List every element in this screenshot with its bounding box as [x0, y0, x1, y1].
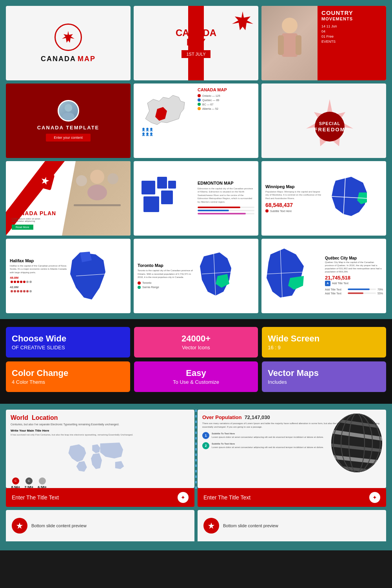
footer-left-text: Enter The Title Text — [12, 494, 59, 501]
world-title: World Location — [11, 414, 190, 421]
choose-wide-sub: OF CREATIVE SLIDES — [12, 345, 124, 350]
bottom-slide-left-content: Bottom slide content preview — [6, 510, 194, 541]
slide-thumb-toronto[interactable]: Toronto Map Toronto is the capital city … — [134, 239, 258, 313]
svg-text:👤👤👤: 👤👤👤 — [142, 127, 153, 131]
edmonton-info: EDMONTON MAP Edmonton is the capital cit… — [194, 181, 254, 216]
slide-thumb-edmonton[interactable]: EDMONTON MAP Edmonton is the capital cit… — [134, 161, 258, 236]
svg-rect-21 — [157, 177, 167, 189]
world-subtitle: Write Your Main Title Here — [11, 429, 190, 432]
halifax-map-area — [68, 249, 127, 303]
svg-rect-4 — [278, 35, 284, 55]
canada-map-left: 👤👤👤 👤👤👤 — [138, 87, 194, 154]
slide-thumb-quebec[interactable]: Québec City Map Quebec City Map is the c… — [261, 239, 386, 313]
plan-photo — [62, 161, 131, 236]
world-map-container — [11, 439, 190, 474]
slides-row-3: CANADA PLAN Lorem ipsum dolor sit amet c… — [6, 161, 386, 236]
footer-logo-icon-right: ✦ — [372, 494, 377, 501]
over-population-preview[interactable]: Over Population 72,147,030 There are man… — [198, 410, 386, 488]
svg-point-7 — [62, 113, 74, 120]
globe-graphic — [329, 412, 384, 474]
world-stat-1: C 8.56+ DeterminedTrafficClientsPeople — [11, 477, 21, 488]
feature-card-choose-wide: Choose Wide OF CREATIVE SLIDES — [6, 327, 130, 358]
vector-icons-main: 24000+ — [140, 334, 252, 343]
canada-outline-svg: 👤👤👤 👤👤👤 — [138, 87, 192, 138]
world-subdesc: It has survived not only Five Centuries,… — [11, 433, 190, 436]
quebec-map-svg — [265, 247, 308, 305]
slide-thumb-winnipeg[interactable]: Winnipeg Map Population Maps: Winnipeg i… — [261, 161, 386, 236]
footer-right-text: Enter The Title Text — [203, 494, 250, 501]
slide-thumb-canada-day[interactable]: CANADA DAY 1ST JULY — [134, 6, 258, 80]
svg-point-28 — [14, 281, 16, 283]
canada-day-text: CANADA DAY — [176, 28, 216, 47]
maple-logo — [54, 24, 82, 51]
svg-text:SPECIAL: SPECIAL — [319, 121, 341, 126]
toronto-map-svg — [196, 249, 243, 303]
svg-point-30 — [20, 281, 22, 283]
country-stats: 14 11 Jun 04 01 Free EVENTS — [321, 24, 382, 44]
svg-rect-5 — [296, 35, 301, 55]
svg-point-34 — [11, 290, 13, 292]
world-stat-2: C 2.58+ DeterminedSupplyRaisingPeople — [24, 477, 34, 488]
bottom-slide-left[interactable]: Bottom slide content preview — [6, 510, 194, 541]
svg-text:FREEDOM: FREEDOM — [314, 127, 345, 132]
vector-icons-sub: Vector Icons — [140, 345, 252, 350]
svg-point-39 — [26, 290, 29, 292]
plan-badge-icon — [39, 175, 51, 186]
easy-main: Easy — [140, 368, 252, 378]
bottom-partial-row: Bottom slide content preview Bottom slid… — [6, 510, 386, 541]
slides-section: CANADA MAP CANADA DAY 1ST JULY — [0, 0, 392, 319]
choose-wide-main: Choose Wide — [12, 334, 124, 343]
person-icons-gray — [10, 290, 33, 294]
color-change-main: Color Change — [12, 368, 124, 378]
svg-rect-22 — [143, 196, 159, 212]
world-location-slide: World Location Centuries, but also I've … — [6, 410, 194, 488]
svg-point-31 — [23, 281, 25, 283]
winnipeg-info: Winnipeg Map Population Maps: Winnipeg i… — [265, 184, 324, 212]
svg-point-2 — [282, 18, 298, 33]
svg-point-33 — [29, 281, 32, 283]
slides-row-2: CANADA TEMPLATE Enter your content 👤👤👤 👤… — [6, 83, 386, 158]
feature-card-wide-screen: Wide Screen 16 : 9 — [262, 327, 386, 358]
slide-thumb-canada-plan[interactable]: CANADA PLAN Lorem ipsum dolor sit amet c… — [6, 161, 131, 236]
bottom-slide-right-label: Bottom slide content preview — [223, 523, 278, 528]
slide-thumb-canada-map[interactable]: CANADA MAP — [6, 6, 131, 80]
slide-thumb-freedom[interactable]: SPECIAL FREEDOM — [261, 83, 386, 158]
bottom-slide-right[interactable]: Bottom slide content preview — [198, 510, 386, 541]
country-movements-title: COUNTRY MOVEMENTS — [321, 10, 382, 21]
enter-content-btn: Enter your content — [46, 134, 91, 142]
slide-thumb-canada-map-info[interactable]: 👤👤👤 👤👤👤 CANADA MAP Ontario — 125 Quebec … — [134, 83, 258, 158]
footer-bar-left: Enter The Title Text ✦ — [6, 488, 194, 507]
halifax-info: Halifax Map Halifax is the capital of th… — [10, 258, 68, 294]
svg-rect-18 — [74, 204, 121, 206]
svg-rect-23 — [161, 191, 173, 204]
slide-thumb-canada-template[interactable]: CANADA TEMPLATE Enter your content — [6, 83, 131, 158]
plan-people-svg — [62, 161, 131, 236]
feature-card-color-change: Color Change 4 Color Thems — [6, 361, 130, 392]
feature-card-vector-maps: Vector Maps Includes — [262, 361, 386, 392]
slide-thumb-halifax[interactable]: Halifax Map Halifax is the capital of th… — [6, 239, 131, 313]
wide-screen-sub: 16 : 9 — [268, 345, 380, 350]
bottom-circle-icon-right — [203, 518, 219, 534]
world-location-preview[interactable]: World Location Centuries, but also I've … — [6, 410, 194, 488]
feature-card-vector-icons: 24000+ Vector Icons — [134, 327, 258, 358]
data-rows: Ontario — 125 Quebec — 89 BC — 67 Albert… — [198, 94, 254, 110]
slide1-accent: MAP — [78, 55, 96, 63]
svg-marker-0 — [62, 31, 74, 43]
svg-point-35 — [14, 290, 16, 292]
bottom-circle-icon — [12, 518, 27, 534]
plan-content: CANADA PLAN Lorem ipsum dolor sit amet c… — [12, 210, 56, 230]
svg-rect-3 — [282, 33, 298, 57]
svg-rect-20 — [142, 181, 155, 194]
svg-point-15 — [87, 185, 107, 200]
winnipeg-map-svg — [324, 169, 375, 228]
svg-marker-57 — [208, 523, 214, 529]
preview-section: World Location Centuries, but also I've … — [0, 404, 392, 550]
features-row-2: Color Change 4 Color Thems Easy To Use &… — [6, 361, 386, 392]
svg-text:👤👤👤: 👤👤👤 — [142, 132, 153, 136]
toronto-map-area — [196, 249, 254, 303]
slide-thumb-country-movements[interactable]: COUNTRY MOVEMENTS 14 11 Jun 04 01 Free E… — [261, 6, 386, 80]
svg-point-16 — [76, 175, 87, 186]
svg-marker-1 — [232, 11, 253, 30]
toronto-info: Toronto Map Toronto is the capital city … — [138, 263, 196, 289]
vector-maps-main: Vector Maps — [268, 368, 380, 378]
